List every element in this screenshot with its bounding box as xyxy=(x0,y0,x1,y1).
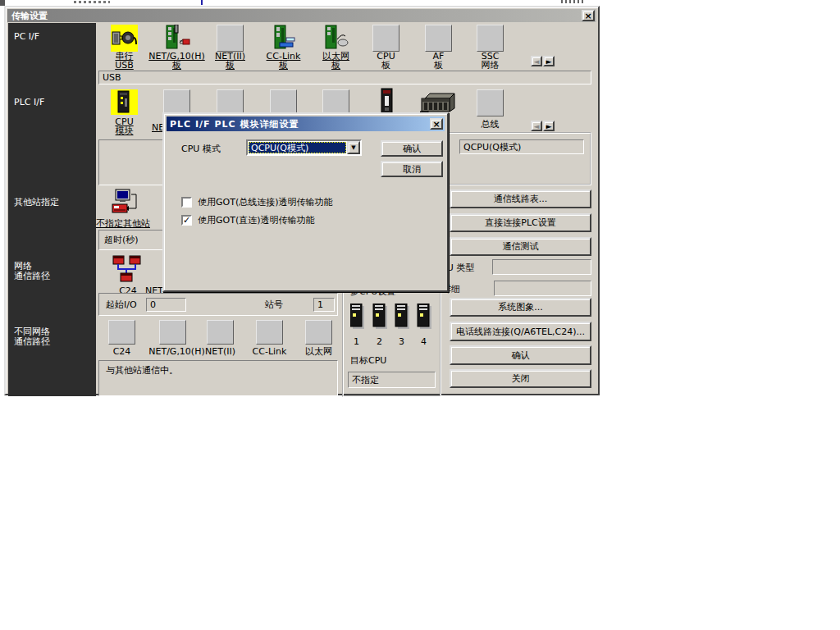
netg10h-board-label[interactable]: NET/G,10(H) 板 xyxy=(147,52,207,70)
got-direct-transparent-label: 使用GOT(直连)透明传输功能 xyxy=(198,216,314,225)
sidebar-label-plc-if: PLC I/F xyxy=(14,97,44,107)
transfer-setup-window: 传输设置 × PC I/F PLC I/F 其他站指定 网络 通信路径 不同网络… xyxy=(4,6,600,395)
sidebar-label-diff-route-2: 通信路径 xyxy=(14,336,50,347)
plc-netg10h-module-icon[interactable] xyxy=(163,89,190,115)
comm-line-table-button[interactable]: 通信线路表... xyxy=(450,189,591,208)
plc-if-detail-dialog: PLC I/F PLC 模块详细设置 × CPU 模式 QCPU(Q模式) ▼ … xyxy=(162,112,449,292)
no-other-station-icon[interactable] xyxy=(111,189,142,217)
ethernet-board-icon[interactable] xyxy=(322,25,349,52)
diff-route-netg10h-icon[interactable] xyxy=(159,320,186,345)
detail-value-field xyxy=(494,281,591,296)
cpu-board-icon[interactable] xyxy=(372,25,399,52)
multicpu-groupbox: 多CPU设置 1 2 3 4 目标CPU 不指定 xyxy=(342,290,441,397)
cpu-module-glyph xyxy=(111,89,138,115)
netg10h-board-glyph xyxy=(163,25,190,52)
cpu-type-value-field xyxy=(492,259,591,275)
plc-if-scroll-right-icon[interactable]: ► xyxy=(543,121,555,131)
dialog-cancel-button[interactable]: 取消 xyxy=(381,161,443,177)
plc-if-scroll-left-icon[interactable]: ◄ xyxy=(531,121,542,131)
serial-usb-icon[interactable] xyxy=(111,25,138,52)
cpu-board-label[interactable]: CPU 板 xyxy=(356,52,416,70)
netii-board-icon[interactable] xyxy=(217,25,244,52)
start-io-field[interactable]: 0 xyxy=(146,298,186,312)
no-other-station-link[interactable]: 不指定其他站 xyxy=(96,219,150,228)
plc-type-field: QCPU(Q模式) xyxy=(459,139,584,154)
dialog-titlebar[interactable]: PLC I/F PLC 模块详细设置 xyxy=(167,116,445,131)
status-message: 与其他站通信中。 xyxy=(106,366,178,375)
screen-artifact xyxy=(201,0,203,5)
system-image-button[interactable]: 系统图象... xyxy=(450,298,591,317)
plc-cclink-module-icon[interactable] xyxy=(270,89,297,115)
ssc-network-icon[interactable] xyxy=(477,25,504,52)
netg10h-board-icon[interactable] xyxy=(163,25,190,52)
window-title: 传输设置 xyxy=(11,10,48,22)
bus-label[interactable]: 总线 xyxy=(460,120,520,129)
plc-ethernet-module-icon[interactable] xyxy=(322,89,349,115)
cpu-mode-selected-value: QCPU(Q模式) xyxy=(249,142,346,153)
diff-route-cclink-icon[interactable] xyxy=(256,320,283,345)
close-icon[interactable]: × xyxy=(582,10,595,21)
cpu-mode-select[interactable]: QCPU(Q模式) ▼ xyxy=(246,139,362,156)
sidebar-label-network-route-2: 通信路径 xyxy=(14,271,50,281)
cpu-module-label[interactable]: CPU 模块 xyxy=(94,117,154,135)
target-cpu-field: 不指定 xyxy=(348,372,436,388)
cclink-board-glyph xyxy=(270,25,297,52)
timeout-label: 超时(秒) xyxy=(104,235,139,244)
sidebar-label-pc-if: PC I/F xyxy=(14,31,39,42)
af-board-icon[interactable] xyxy=(425,25,452,52)
plc-net-label-fragment: NE xyxy=(152,123,162,132)
network-route-c24-icon[interactable] xyxy=(112,254,144,284)
station-number-field[interactable]: 1 xyxy=(313,298,335,312)
cpu-mode-label: CPU 模式 xyxy=(181,144,221,153)
start-io-label: 起始I/O xyxy=(106,300,137,309)
confirm-button[interactable]: 确认 xyxy=(450,345,591,365)
netii-board-label[interactable]: NET(II) 板 xyxy=(200,52,260,70)
ssc-network-label[interactable]: SSC 网络 xyxy=(460,52,520,70)
dialog-title: PLC I/F PLC 模块详细设置 xyxy=(170,118,299,130)
close-button[interactable]: 关闭 xyxy=(450,369,591,388)
got-bus-transparent-label: 使用GOT(总线连接)透明传输功能 xyxy=(198,198,332,207)
plc-type-groupbox: QCPU(Q模式) xyxy=(447,132,591,185)
network-route-c24-glyph xyxy=(112,254,144,284)
status-panel: 与其他站通信中。 xyxy=(98,360,338,396)
got-direct-transparent-checkbox[interactable]: ✓ xyxy=(181,215,192,226)
ethernet-board-glyph xyxy=(322,25,349,52)
no-other-station-glyph xyxy=(111,189,142,217)
plc-netii-module-icon[interactable] xyxy=(217,89,244,115)
got-bus-transparent-checkbox[interactable] xyxy=(181,197,192,208)
chevron-down-icon[interactable]: ▼ xyxy=(347,141,360,154)
c24-module-glyph xyxy=(374,88,399,116)
screen-artifact xyxy=(561,0,584,3)
dialog-ok-button[interactable]: 确认 xyxy=(381,140,443,157)
cpu-module-icon[interactable] xyxy=(111,89,138,115)
multicpu-num-1[interactable]: 1 xyxy=(354,337,359,346)
cclink-board-icon[interactable] xyxy=(270,25,297,52)
bus-icon[interactable] xyxy=(477,89,504,116)
direct-plc-setting-button[interactable]: 直接连接PLC设置 xyxy=(450,213,591,232)
multicpu-num-2[interactable]: 2 xyxy=(377,337,382,346)
pc-if-scroll-left-icon[interactable]: ◄ xyxy=(531,56,542,66)
cclink-board-label[interactable]: CC-Link 板 xyxy=(253,52,313,70)
pc-if-interface-field: USB xyxy=(98,71,591,84)
c24-module-icon[interactable] xyxy=(374,88,399,116)
comm-test-button[interactable]: 通信测试 xyxy=(450,237,591,256)
phone-line-connect-button[interactable]: 电话线路连接(Q/A6TEL,C24)... xyxy=(450,322,591,341)
diff-route-ethernet-label: 以太网 xyxy=(289,347,349,356)
diff-route-c24-icon[interactable] xyxy=(108,320,135,345)
window-titlebar[interactable]: 传输设置 xyxy=(7,9,596,22)
screen-artifact xyxy=(0,0,5,6)
sidebar-label-other-station: 其他站指定 xyxy=(14,197,59,208)
target-cpu-label: 目标CPU xyxy=(350,356,386,365)
sidebar: PC I/F PLC I/F 其他站指定 网络 通信路径 不同网络 通信路径 xyxy=(8,23,96,396)
serial-usb-glyph xyxy=(111,25,138,52)
serial-usb-label[interactable]: 串行 USB xyxy=(94,52,154,70)
diff-route-netii-icon[interactable] xyxy=(207,320,234,345)
multicpu-num-4[interactable]: 4 xyxy=(421,337,427,346)
pc-if-scroll-right-icon[interactable]: ► xyxy=(543,56,555,66)
station-number-label: 站号 xyxy=(265,300,283,309)
screen-artifact xyxy=(74,1,110,3)
multicpu-towers-glyph xyxy=(350,304,436,333)
dialog-close-icon[interactable]: × xyxy=(430,118,443,130)
multicpu-num-3[interactable]: 3 xyxy=(399,337,404,346)
diff-route-ethernet-icon[interactable] xyxy=(305,320,332,345)
